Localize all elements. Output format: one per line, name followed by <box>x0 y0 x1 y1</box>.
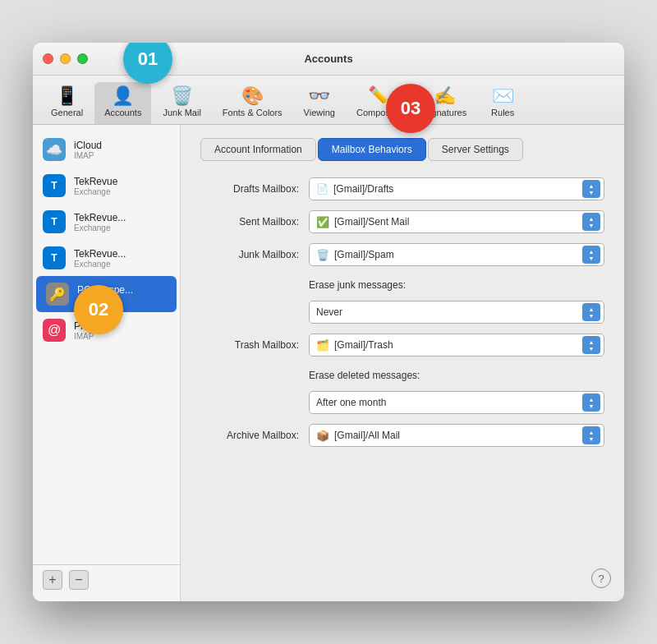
erase-junk-arrow <box>582 303 600 321</box>
junk-row: Junk Mailbox: [Gmail]/Spam <box>200 243 604 266</box>
tekrevue3-type: Exchange <box>74 260 126 269</box>
toolbar-item-junk-mail[interactable]: 🗑️ Junk Mail <box>153 82 210 124</box>
tab-server-settings[interactable]: Server Settings <box>428 138 523 161</box>
window-title: Accounts <box>304 53 352 65</box>
trash-value: [Gmail]/Trash <box>334 339 393 351</box>
remove-account-button[interactable]: − <box>69 570 89 590</box>
icloud-icon: ☁️ <box>43 138 66 161</box>
drafts-row: Drafts Mailbox: [Gmail]/Drafts <box>200 177 604 200</box>
badge-03: 03 <box>386 84 435 133</box>
sent-arrow <box>582 213 600 231</box>
toolbar-label-viewing: Viewing <box>304 108 335 117</box>
trash-label: Trash Mailbox: <box>200 339 299 351</box>
archive-select-wrapper: [Gmail]/All Mail <box>309 424 604 447</box>
archive-row: Archive Mailbox: [Gmail]/All Mail <box>200 424 604 447</box>
drafts-arrow <box>582 180 600 198</box>
titlebar: Accounts <box>33 43 624 76</box>
close-button[interactable] <box>43 53 53 64</box>
tekrevue-type: Exchange <box>74 187 117 196</box>
tab-mailbox-behaviors[interactable]: Mailbox Behaviors <box>318 138 426 161</box>
toolbar-label-fonts-colors: Fonts & Colors <box>223 108 283 117</box>
main-area: ☁️ iCloud IMAP T TekRevue Exchange T Tek… <box>33 125 624 601</box>
archive-value: [Gmail]/All Mail <box>334 430 400 441</box>
tekrevue2-info: TekRevue... Exchange <box>74 212 126 232</box>
erase-deleted-row: After one month <box>309 391 604 414</box>
icloud-info: iCloud IMAP <box>74 140 102 160</box>
erase-junk-value: Never <box>316 306 342 318</box>
drafts-select-wrapper: [Gmail]/Drafts <box>309 177 604 200</box>
sent-row: Sent Mailbox: [Gmail]/Sent Mail <box>200 210 604 233</box>
maximize-button[interactable] <box>77 53 88 64</box>
sent-icon <box>316 216 329 228</box>
pc-perspective-icon: 🔑 <box>46 283 69 306</box>
general-icon: 📱 <box>56 87 78 105</box>
toolbar-item-fonts-colors[interactable]: 🎨 Fonts & Colors <box>213 82 292 124</box>
erase-junk-label: Erase junk messages: <box>309 279 604 291</box>
account-item-icloud[interactable]: ☁️ iCloud IMAP <box>33 131 180 168</box>
tekrevue3-icon: T <box>43 246 66 269</box>
junk-value: [Gmail]/Spam <box>334 249 394 260</box>
account-item-tekrevue2[interactable]: T TekRevue... Exchange <box>33 204 180 240</box>
toolbar: 📱 General 👤 Accounts 🗑️ Junk Mail 🎨 Font… <box>33 76 624 125</box>
archive-icon <box>316 430 329 442</box>
account-item-tekrevue3[interactable]: T TekRevue... Exchange <box>33 240 180 276</box>
toolbar-label-accounts: Accounts <box>104 108 141 117</box>
trash-row: Trash Mailbox: [Gmail]/Trash <box>200 334 604 356</box>
tekrevue2-type: Exchange <box>74 223 126 232</box>
rules-icon: ✉️ <box>492 87 514 105</box>
toolbar-item-accounts[interactable]: 👤 Accounts <box>94 82 151 124</box>
tab-account-information[interactable]: Account Information <box>200 138 316 161</box>
fonts-colors-icon: 🎨 <box>241 87 264 105</box>
add-account-button[interactable]: + <box>43 570 62 590</box>
icloud-type: IMAP <box>74 151 102 160</box>
toolbar-label-rules: Rules <box>491 108 514 117</box>
archive-label: Archive Mailbox: <box>200 430 299 441</box>
junk-mail-icon: 🗑️ <box>171 87 193 105</box>
junk-select-wrapper: [Gmail]/Spam <box>309 243 604 266</box>
icloud-name: iCloud <box>74 140 102 151</box>
help-button[interactable]: ? <box>591 568 611 588</box>
content-area: Account Information Mailbox Behaviors Se… <box>181 125 624 601</box>
sent-select-wrapper: [Gmail]/Sent Mail <box>309 210 604 233</box>
junk-select[interactable]: [Gmail]/Spam <box>309 243 604 266</box>
trash-select-wrapper: [Gmail]/Trash <box>309 334 604 356</box>
trash-select[interactable]: [Gmail]/Trash <box>309 334 604 356</box>
minimize-button[interactable] <box>60 53 71 64</box>
sent-value: [Gmail]/Sent Mail <box>334 216 409 228</box>
window-controls <box>43 53 88 64</box>
tekrevue-icon: T <box>43 174 66 197</box>
badge-02: 02 <box>74 285 123 334</box>
drafts-label: Drafts Mailbox: <box>200 183 299 195</box>
drafts-value: [Gmail]/Drafts <box>333 183 393 195</box>
toolbar-label-general: General <box>51 108 83 117</box>
account-item-tekrevue[interactable]: T TekRevue Exchange <box>33 168 180 204</box>
tekrevue3-info: TekRevue... Exchange <box>74 248 126 269</box>
tekrevue-info: TekRevue Exchange <box>74 176 117 196</box>
erase-junk-select[interactable]: Never <box>309 301 604 324</box>
mailbox-behaviors-form: Drafts Mailbox: [Gmail]/Drafts Sent Mail… <box>200 177 604 447</box>
sent-select[interactable]: [Gmail]/Sent Mail <box>309 210 604 233</box>
content-tabs: Account Information Mailbox Behaviors Se… <box>200 138 604 161</box>
accounts-sidebar: ☁️ iCloud IMAP T TekRevue Exchange T Tek… <box>33 125 181 601</box>
erase-deleted-arrow <box>582 393 600 412</box>
accounts-icon: 👤 <box>112 87 134 105</box>
erase-junk-row: Never <box>309 301 604 324</box>
archive-select[interactable]: [Gmail]/All Mail <box>309 424 604 447</box>
trash-arrow <box>582 336 600 354</box>
trash-icon <box>316 339 329 352</box>
junk-arrow <box>582 246 600 264</box>
erase-deleted-select[interactable]: After one month <box>309 391 604 414</box>
archive-arrow <box>582 426 600 444</box>
prentice-icon: @ <box>43 319 66 342</box>
toolbar-item-viewing[interactable]: 👓 Viewing <box>294 82 345 124</box>
tekrevue3-name: TekRevue... <box>74 248 126 260</box>
toolbar-item-rules[interactable]: ✉️ Rules <box>478 82 527 124</box>
erase-deleted-label: Erase deleted messages: <box>309 370 604 381</box>
drafts-icon <box>316 183 328 195</box>
signatures-icon: ✍️ <box>434 87 456 105</box>
toolbar-label-junk-mail: Junk Mail <box>163 108 200 117</box>
drafts-select[interactable]: [Gmail]/Drafts <box>309 177 604 200</box>
tekrevue2-icon: T <box>43 210 66 233</box>
viewing-icon: 👓 <box>308 87 330 105</box>
toolbar-item-general[interactable]: 📱 General <box>41 82 93 124</box>
